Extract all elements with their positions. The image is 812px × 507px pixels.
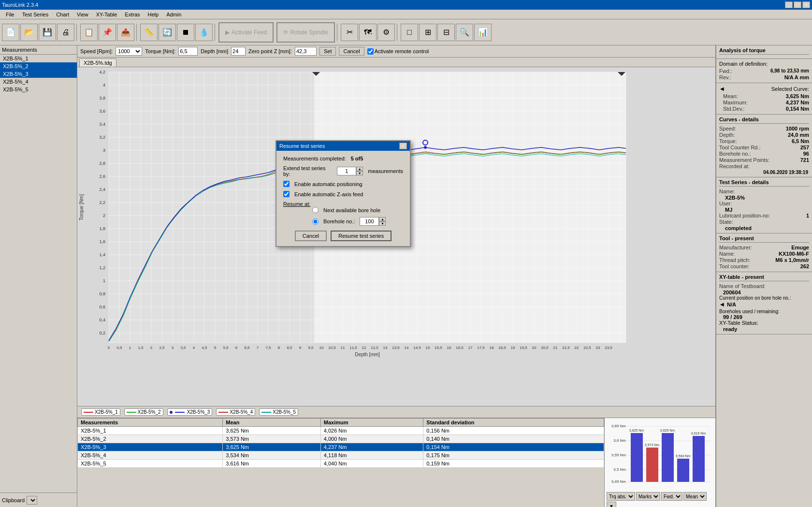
bar-marks-select[interactable]: Marks [636, 492, 660, 501]
map-button[interactable]: 🗺 [359, 24, 377, 41]
scissors-button[interactable]: ✂ [341, 24, 358, 41]
export-button[interactable]: 📤 [117, 24, 134, 41]
activate-feed-button[interactable]: ▶ Activate Feed [218, 22, 274, 43]
x-tick-25: 2,5 [159, 346, 165, 350]
table-row[interactable]: X2B-5%_5 3,616 Nm 4,040 Nm 0,159 Nm [78, 460, 604, 468]
settings-button[interactable]: ⚙ [377, 24, 395, 41]
x-axis-label: Depth [mm] [355, 352, 380, 357]
x-tick-15: 15 [426, 346, 430, 350]
save-button[interactable]: 💾 [39, 24, 56, 41]
spinner-up[interactable]: ▲ [356, 167, 363, 171]
paste-button[interactable]: 📌 [99, 24, 116, 41]
bar-type-select[interactable]: Trq abs. [607, 492, 635, 501]
menu-test-series[interactable]: Test Series [18, 11, 52, 18]
legend-label-5: X2B-5%_5 [273, 409, 296, 415]
results-table: Measurements Mean Maximum Standard devia… [77, 418, 604, 468]
cancel-button[interactable]: Cancel [339, 47, 364, 56]
measure-button[interactable]: 📏 [140, 24, 158, 41]
modal-next-bore-radio[interactable] [312, 207, 319, 213]
torque-input[interactable]: 6,5 [178, 47, 198, 56]
x-tick-22: 22 [575, 346, 579, 350]
sc-std-row: Std.Dev.: 0,154 Nm [719, 106, 809, 112]
x-tick-12: 12 [362, 346, 366, 350]
close-button[interactable]: × [802, 1, 810, 8]
set-button[interactable]: Set [319, 47, 336, 56]
xy-status-row: XY-Table Status: [719, 320, 809, 326]
table-row[interactable]: X2B-5%_1 3,625 Nm 4,026 Nm 0,156 Nm [78, 427, 604, 435]
collapse-arrow-1[interactable]: ◀ [719, 85, 725, 92]
menu-chart[interactable]: Chart [52, 11, 73, 18]
remote-control-checkbox[interactable] [367, 48, 374, 55]
maximize-button[interactable]: □ [794, 1, 801, 8]
y-tick-1: 1 [103, 278, 105, 283]
menu-admin[interactable]: Admin [162, 11, 185, 18]
menu-file[interactable]: File [2, 11, 18, 18]
zero-z-input[interactable]: 42,3 [295, 47, 317, 56]
measurement-item-1[interactable]: X2B-5%_1 [0, 55, 77, 62]
stop-button[interactable]: ⏹ [177, 24, 194, 41]
rotate-spindle-button[interactable]: ⟳ Rotate Spindle [276, 22, 335, 43]
new-file-button[interactable]: 📄 [2, 24, 19, 41]
tool-name-label: Name: [719, 251, 735, 257]
clipboard-select[interactable] [27, 496, 37, 505]
tool-pitch-row: Thread pitch: M6 x 1,0mm/r [719, 257, 809, 263]
measurement-item-4[interactable]: X2B-5%_4 [0, 78, 77, 86]
grid-button[interactable]: ⊞ [419, 24, 436, 41]
print-button[interactable]: 🖨 [57, 24, 74, 41]
zoom-button[interactable]: 🔍 [456, 24, 473, 41]
chart-button[interactable]: 📊 [474, 24, 492, 41]
row2-max: 4,000 Nm [320, 435, 423, 443]
collapse-arrow-2[interactable]: ◀ [719, 301, 725, 308]
xy-position-value: N/A [725, 302, 736, 307]
menu-extras[interactable]: Extras [121, 11, 144, 18]
bar-stat-select[interactable]: Mean [683, 492, 707, 501]
bar-direction-select[interactable]: Fwd. [661, 492, 682, 501]
square-button[interactable]: □ [401, 24, 418, 41]
analysis-main-title: Analysis of torque [719, 47, 809, 55]
modal-positioning-checkbox[interactable] [283, 181, 290, 187]
open-button[interactable]: 📂 [20, 24, 38, 41]
spinner-down[interactable]: ▼ [356, 171, 363, 175]
modal-borehole-input[interactable]: 100 [360, 217, 379, 226]
x-tick-135: 13,5 [392, 346, 400, 350]
modal-borehole-radio[interactable] [312, 218, 319, 225]
menu-xy-table[interactable]: XY-Table [92, 11, 121, 18]
tool-mfr-value: Emuge [791, 245, 809, 250]
speed-select[interactable]: 1000 [116, 47, 142, 56]
measurement-item-2[interactable]: X2B-5%_2 [0, 62, 77, 70]
measurement-item-3[interactable]: X2B-5%_3 [0, 70, 77, 78]
modal-extend-input[interactable]: 1 [337, 167, 356, 175]
borehole-spinner-down[interactable]: ▼ [379, 221, 386, 226]
control-bar: Speed [Rpm]: 1000 Torque [Nm]: 6,5 Depth… [77, 45, 715, 58]
tool-title: Tool - present [719, 235, 809, 243]
borehole-spinner-up[interactable]: ▲ [379, 217, 386, 221]
table-row-selected[interactable]: X2B-5%_3 3,625 Nm 4,237 Nm 0,154 Nm [78, 443, 604, 451]
bar-y-tick-2: 3,5 Nm [613, 467, 626, 472]
menu-help[interactable]: Help [144, 11, 163, 18]
selected-curve-section: ◀ Selected Curve: Mean: 3,625 Nm Maximum… [716, 83, 812, 115]
measurement-item-5[interactable]: X2B-5%_5 [0, 86, 77, 93]
minimize-button[interactable]: _ [785, 1, 793, 8]
water-button[interactable]: 💧 [195, 24, 213, 41]
depth-input[interactable]: 24 [231, 47, 246, 56]
bar-expand-button[interactable]: ▼ [607, 502, 616, 507]
modal-close-button[interactable]: × [399, 143, 407, 149]
row5-name: X2B-5%_5 [78, 460, 223, 468]
xy-status-value: ready [719, 326, 809, 332]
tab-tdg[interactable]: X2B-5%.tdg [79, 58, 116, 67]
remote-control-text: Activate remote control [375, 48, 429, 54]
filter-button[interactable]: ⊟ [437, 24, 455, 41]
refresh-button[interactable]: 🔄 [159, 24, 176, 41]
copy-button[interactable]: 📋 [80, 24, 98, 41]
modal-z-feed-checkbox[interactable] [283, 191, 290, 197]
y-tick-32: 3,2 [99, 135, 105, 140]
menu-view[interactable]: View [73, 11, 92, 18]
table-row[interactable]: X2B-5%_2 3,573 Nm 4,000 Nm 0,140 Nm [78, 435, 604, 443]
modal-resume-button[interactable]: Resume test series [331, 231, 392, 241]
titlebar: TauroLink 2.3.4 _ □ × [0, 0, 812, 10]
tool-counter-value: 262 [800, 263, 809, 269]
modal-cancel-button[interactable]: Cancel [295, 231, 327, 241]
table-row[interactable]: X2B-5%_4 3,534 Nm 4,118 Nm 0,175 Nm [78, 451, 604, 460]
y-tick-02: 0,2 [99, 331, 105, 335]
y-tick-08: 0,8 [99, 291, 105, 296]
